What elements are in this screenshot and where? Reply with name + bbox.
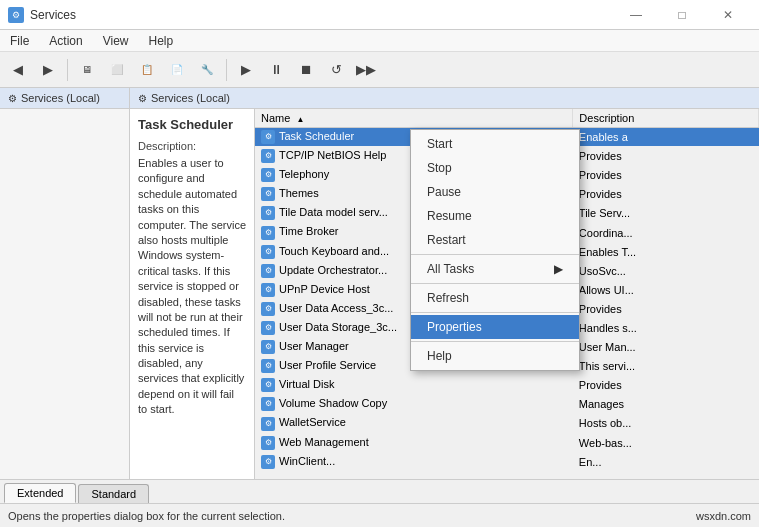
- tab-extended[interactable]: Extended: [4, 483, 76, 503]
- right-panel-title: Services (Local): [151, 92, 230, 104]
- service-description: Provides: [573, 166, 759, 185]
- context-menu-separator: [411, 254, 579, 255]
- detail-desc-text: Enables a user to configure and schedule…: [138, 156, 246, 418]
- context-menu-item-help[interactable]: Help: [411, 344, 579, 368]
- detail-pane: Task Scheduler Description: Enables a us…: [130, 109, 255, 479]
- table-row[interactable]: ⚙WalletServiceHosts ob...: [255, 414, 759, 433]
- context-menu: StartStopPauseResumeRestartAll Tasks▶Ref…: [410, 129, 580, 371]
- service-name: ⚙Virtual Disk: [255, 376, 573, 395]
- context-menu-item-all-tasks[interactable]: All Tasks▶: [411, 257, 579, 281]
- service-description: Hosts ob...: [573, 414, 759, 433]
- service-icon: ⚙: [261, 417, 275, 431]
- context-menu-item-refresh[interactable]: Refresh: [411, 286, 579, 310]
- service-description: Provides: [573, 376, 759, 395]
- service-icon: ⚙: [261, 245, 275, 259]
- tab-standard[interactable]: Standard: [78, 484, 149, 503]
- menu-action[interactable]: Action: [39, 32, 92, 50]
- toolbar-sep-2: [226, 59, 227, 81]
- submenu-arrow-icon: ▶: [554, 262, 563, 276]
- toolbar-btn-5[interactable]: 🔧: [193, 56, 221, 84]
- service-description: En...: [573, 452, 759, 471]
- services-list-area: Name ▲ Description ⚙Task SchedulerEnable…: [255, 109, 759, 479]
- service-icon: ⚙: [261, 455, 275, 469]
- service-description: Enables a: [573, 128, 759, 147]
- service-description: Manages: [573, 395, 759, 414]
- toolbar-pause[interactable]: ⏸: [262, 56, 290, 84]
- status-text: Opens the properties dialog box for the …: [8, 510, 285, 522]
- title-bar-left: ⚙ Services: [8, 7, 76, 23]
- service-description: Provides: [573, 185, 759, 204]
- menu-view[interactable]: View: [93, 32, 139, 50]
- service-icon: ⚙: [261, 226, 275, 240]
- toolbar-forward[interactable]: ▶: [34, 56, 62, 84]
- table-row[interactable]: ⚙Virtual DiskProvides: [255, 376, 759, 395]
- table-row[interactable]: ⚙Volume Shadow CopyManages: [255, 395, 759, 414]
- toolbar-sep-1: [67, 59, 68, 81]
- context-menu-separator: [411, 312, 579, 313]
- title-bar-title: Services: [30, 8, 76, 22]
- service-icon: ⚙: [261, 340, 275, 354]
- title-bar: ⚙ Services — □ ✕: [0, 0, 759, 30]
- menu-bar: File Action View Help: [0, 30, 759, 52]
- status-right: wsxdn.com: [696, 510, 751, 522]
- context-menu-separator: [411, 283, 579, 284]
- toolbar-btn-1[interactable]: 🖥: [73, 56, 101, 84]
- service-description: Provides: [573, 299, 759, 318]
- service-description: This servi...: [573, 357, 759, 376]
- close-button[interactable]: ✕: [705, 0, 751, 30]
- context-menu-item-resume[interactable]: Resume: [411, 204, 579, 228]
- menu-help[interactable]: Help: [139, 32, 184, 50]
- right-panel-header: ⚙ Services (Local): [130, 88, 759, 109]
- toolbar-btn-4[interactable]: 📄: [163, 56, 191, 84]
- maximize-button[interactable]: □: [659, 0, 705, 30]
- service-description: UsoSvc...: [573, 261, 759, 280]
- col-name[interactable]: Name ▲: [255, 109, 573, 128]
- left-panel: ⚙ Services (Local): [0, 88, 130, 479]
- toolbar: ◀ ▶ 🖥 ⬜ 📋 📄 🔧 ▶ ⏸ ⏹ ↺ ▶▶: [0, 52, 759, 88]
- toolbar-stop[interactable]: ⏹: [292, 56, 320, 84]
- service-icon: ⚙: [261, 397, 275, 411]
- main-area: ⚙ Services (Local) ⚙ Services (Local) Ta…: [0, 88, 759, 479]
- service-icon: ⚙: [261, 187, 275, 201]
- service-icon: ⚙: [261, 168, 275, 182]
- service-icon: ⚙: [261, 302, 275, 316]
- service-icon: ⚙: [261, 359, 275, 373]
- service-icon: ⚙: [261, 436, 275, 450]
- service-name: ⚙WalletService: [255, 414, 573, 433]
- service-description: Provides: [573, 147, 759, 166]
- service-description: Tile Serv...: [573, 204, 759, 223]
- toolbar-btn-2[interactable]: ⬜: [103, 56, 131, 84]
- toolbar-play[interactable]: ▶: [232, 56, 260, 84]
- table-row[interactable]: ⚙Web ManagementWeb-bas...: [255, 433, 759, 452]
- service-name: ⚙WinClient...: [255, 452, 573, 471]
- service-description: Web-bas...: [573, 433, 759, 452]
- context-menu-item-pause[interactable]: Pause: [411, 180, 579, 204]
- bottom-tabs: ExtendedStandard: [0, 479, 759, 503]
- service-description: Enables T...: [573, 242, 759, 261]
- service-description: Handles s...: [573, 318, 759, 337]
- context-menu-item-stop[interactable]: Stop: [411, 156, 579, 180]
- minimize-button[interactable]: —: [613, 0, 659, 30]
- service-icon: ⚙: [261, 130, 275, 144]
- toolbar-back[interactable]: ◀: [4, 56, 32, 84]
- context-menu-item-restart[interactable]: Restart: [411, 228, 579, 252]
- service-icon: ⚙: [261, 149, 275, 163]
- service-name: ⚙Web Management: [255, 433, 573, 452]
- panel-row: Task Scheduler Description: Enables a us…: [130, 109, 759, 479]
- menu-file[interactable]: File: [0, 32, 39, 50]
- toolbar-next[interactable]: ▶▶: [352, 56, 380, 84]
- context-menu-item-properties[interactable]: Properties: [411, 315, 579, 339]
- service-icon: ⚙: [261, 283, 275, 297]
- right-panel: ⚙ Services (Local) Task Scheduler Descri…: [130, 88, 759, 479]
- toolbar-btn-3[interactable]: 📋: [133, 56, 161, 84]
- detail-title: Task Scheduler: [138, 117, 246, 132]
- service-description: User Man...: [573, 338, 759, 357]
- service-icon: ⚙: [261, 264, 275, 278]
- col-description[interactable]: Description: [573, 109, 759, 128]
- toolbar-restart[interactable]: ↺: [322, 56, 350, 84]
- app-icon: ⚙: [8, 7, 24, 23]
- context-menu-item-start[interactable]: Start: [411, 132, 579, 156]
- table-row[interactable]: ⚙WinClient...En...: [255, 452, 759, 471]
- service-icon: ⚙: [261, 378, 275, 392]
- service-name: ⚙Volume Shadow Copy: [255, 395, 573, 414]
